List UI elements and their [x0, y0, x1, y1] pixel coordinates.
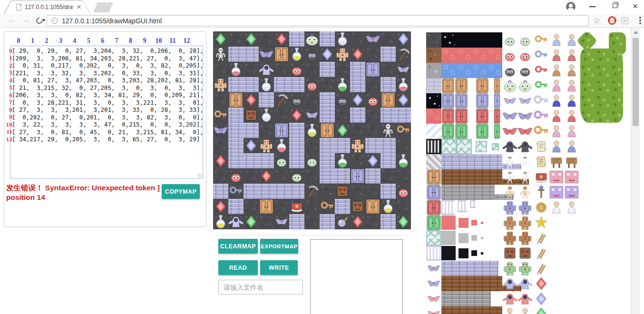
map-tile-red-gem[interactable]: [259, 168, 274, 184]
profile-avatar-icon[interactable]: [566, 2, 576, 11]
map-tile-red-gem[interactable]: [350, 214, 365, 229]
tileset-ice[interactable]: [426, 124, 441, 139]
map-tile-dark-floor[interactable]: [213, 62, 228, 77]
tileset-door-frame[interactable]: [494, 93, 500, 108]
map-tile-golem[interactable]: [335, 47, 350, 62]
tileset-door-frame[interactable]: [494, 124, 500, 139]
map-tile-dark-floor[interactable]: [320, 77, 335, 92]
map-tile-dark-floor[interactable]: [244, 199, 259, 214]
map-tile-yellow-potion[interactable]: [289, 47, 304, 62]
map-tile-brick-wall[interactable]: [381, 153, 396, 168]
tileset-ladder[interactable]: [534, 261, 549, 276]
exportmap-button[interactable]: EXPORTMAP: [260, 239, 298, 254]
map-tile-brick-wall[interactable]: [320, 62, 335, 77]
tileset-brick_brown[interactable]: [441, 169, 502, 185]
map-tile-stone-face[interactable]: [244, 108, 259, 123]
map-tile-dark-floor[interactable]: [304, 62, 320, 77]
map-tile-white-potion[interactable]: [259, 77, 274, 92]
map-tile-dark-floor[interactable]: [396, 138, 411, 153]
map-tile-dark-floor[interactable]: [274, 108, 289, 123]
tileset-tree-large[interactable]: [580, 49, 623, 123]
tileset-bat[interactable]: [517, 93, 533, 108]
map-tile-brick-wall[interactable]: [320, 31, 335, 47]
map-tile-dark-floor[interactable]: [274, 168, 289, 184]
map-tile-green-potion[interactable]: [335, 77, 350, 92]
map-tile-blue-door[interactable]: [274, 123, 289, 138]
tileset-char[interactable]: [502, 306, 517, 314]
extension-check-icon[interactable]: ✓: [621, 17, 628, 24]
map-tile-golem[interactable]: [350, 138, 365, 153]
map-tile-dark-floor[interactable]: [365, 184, 381, 199]
map-tile-dark-floor[interactable]: [274, 62, 289, 77]
tileset-bat[interactable]: [502, 108, 517, 124]
tileset-wallface[interactable]: [549, 185, 564, 200]
tileset-golem[interactable]: [517, 215, 533, 230]
tileset-pillar[interactable]: [441, 200, 455, 215]
tileset-golem[interactable]: [502, 215, 517, 230]
tileset-skel[interactable]: [502, 185, 517, 200]
tileset-bat[interactable]: [517, 108, 533, 124]
map-tile-brick-wall[interactable]: [381, 138, 396, 153]
tileset-dirt[interactable]: [426, 48, 441, 63]
map-tile-brick-wall[interactable]: [365, 138, 381, 153]
map-tile-brick-wall[interactable]: [228, 47, 244, 62]
map-tile-brick-wall[interactable]: [244, 123, 259, 138]
map-tile-blue-key[interactable]: [228, 184, 244, 199]
map-tile-brick-wall[interactable]: [381, 108, 396, 123]
map-tile-dark-floor[interactable]: [304, 199, 320, 214]
tileset-slime[interactable]: [517, 32, 533, 48]
map-tile-dark-floor[interactable]: [350, 184, 365, 199]
map-tile-brick-wall[interactable]: [335, 199, 350, 214]
tileset-fade-square[interactable]: [481, 237, 483, 239]
map-tile-brick-wall[interactable]: [365, 168, 381, 184]
map-tile-brick-wall[interactable]: [289, 77, 304, 92]
map-tile-brick-wall[interactable]: [244, 77, 259, 92]
map-tile-dark-floor[interactable]: [304, 92, 320, 108]
map-tile-dark-floor[interactable]: [335, 62, 350, 77]
map-tile-red-slime[interactable]: [396, 184, 411, 199]
tileset-key[interactable]: [534, 32, 549, 48]
map-tile-yellow-potion[interactable]: [304, 123, 320, 138]
tileset-darkstone[interactable]: [426, 32, 441, 48]
tileset-door-frame[interactable]: [441, 93, 455, 108]
map-tile-green-slime[interactable]: [304, 153, 320, 168]
tileset-fade-square[interactable]: [441, 231, 456, 245]
map-tile-brick-wall[interactable]: [244, 47, 259, 62]
map-tile-green-potion[interactable]: [335, 153, 350, 168]
bookmark-star-icon[interactable]: ☆: [593, 16, 600, 26]
tileset-char[interactable]: [549, 200, 564, 215]
tileset-golem[interactable]: [517, 230, 533, 245]
map-tile-small-bat[interactable]: [304, 108, 320, 123]
tileset-bat[interactable]: [426, 261, 441, 276]
tileset-slime[interactable]: [502, 48, 517, 63]
map-tile-brick-wall[interactable]: [289, 214, 304, 229]
map-tile-orb[interactable]: [335, 214, 350, 229]
map-tile-yellow-potion[interactable]: [381, 199, 396, 214]
map-tile-orange-door[interactable]: [320, 123, 335, 138]
tileset-ghost[interactable]: [517, 139, 533, 154]
map-tile-brick-wall[interactable]: [381, 47, 396, 62]
map-tile-blue-gem[interactable]: [365, 153, 381, 168]
map-tile-dark-floor[interactable]: [244, 62, 259, 77]
map-tile-pickaxe[interactable]: [304, 184, 320, 199]
tileset-lattice[interactable]: [441, 139, 457, 154]
map-tile-brick-wall[interactable]: [274, 77, 289, 92]
map-tile-dark-floor[interactable]: [259, 214, 274, 229]
tileset-door-frame[interactable]: [441, 108, 455, 124]
map-tile-green-gem[interactable]: [244, 31, 259, 47]
tileset-pillar[interactable]: [426, 245, 441, 261]
map-tile-green-potion[interactable]: [396, 153, 411, 168]
tileset-door-frame[interactable]: [476, 108, 489, 124]
tileset-brick_light[interactable]: [426, 78, 441, 93]
tileset-ghost[interactable]: [502, 139, 517, 154]
tileset-wallface[interactable]: [564, 185, 579, 200]
tileset-door[interactable]: [426, 169, 441, 185]
tileset-key[interactable]: [534, 48, 549, 63]
map-tile-brick-wall[interactable]: [259, 153, 274, 168]
map-tile-dark-floor[interactable]: [335, 108, 350, 123]
forward-button[interactable]: →: [22, 15, 30, 25]
tileset-wallface[interactable]: [549, 169, 564, 185]
map-tile-green-gem[interactable]: [396, 214, 411, 229]
map-tile-brick-wall[interactable]: [320, 108, 335, 123]
map-tile-dark-floor[interactable]: [365, 108, 381, 123]
